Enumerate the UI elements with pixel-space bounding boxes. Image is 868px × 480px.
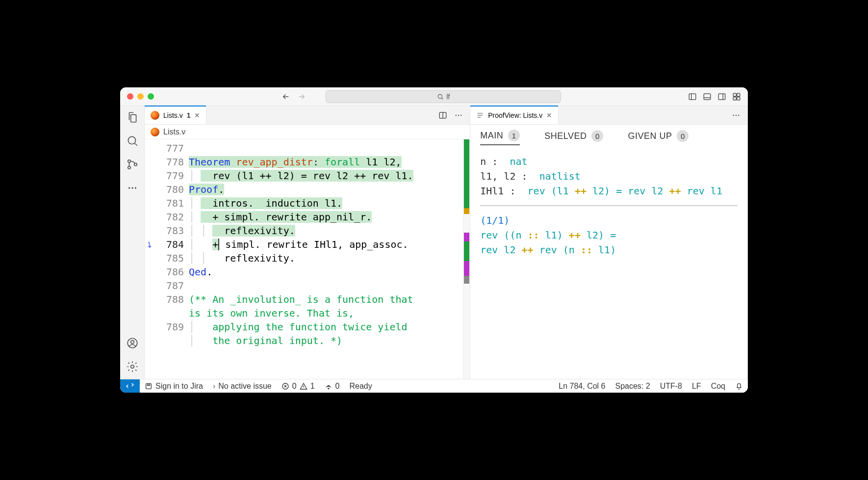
titlebar: lf bbox=[120, 87, 748, 106]
proof-body: n : natl1, l2 : natlistIHl1 : rev (l1 ++… bbox=[470, 149, 747, 379]
coq-file-icon bbox=[151, 111, 159, 120]
code-area[interactable]: ➘ 77777877978078178278378478578678778878… bbox=[145, 139, 470, 379]
svg-point-0 bbox=[438, 94, 442, 98]
split-editor-icon[interactable] bbox=[438, 111, 447, 120]
svg-point-22 bbox=[733, 114, 734, 115]
status-text: UTF-8 bbox=[660, 382, 682, 391]
status-bell-icon[interactable] bbox=[730, 382, 748, 391]
panel-icon bbox=[476, 111, 484, 119]
toggle-panel-icon[interactable] bbox=[703, 92, 712, 101]
tab-close-icon[interactable]: ✕ bbox=[194, 111, 200, 119]
close-window-icon[interactable] bbox=[127, 93, 133, 100]
nav-forward-button[interactable] bbox=[296, 91, 307, 102]
svg-point-9 bbox=[128, 160, 130, 162]
command-center-text: lf bbox=[447, 93, 450, 101]
tab-label: ProofView: Lists.v bbox=[488, 111, 542, 119]
proof-tab-main[interactable]: MAIN 1 bbox=[480, 130, 520, 145]
svg-point-10 bbox=[128, 166, 130, 169]
editor-area: Lists.v 1 ✕ Lists.v ➘ 777778779780781782 bbox=[145, 106, 748, 379]
tab-proofview[interactable]: ProofView: Lists.v ✕ bbox=[470, 106, 559, 124]
source-control-icon[interactable] bbox=[126, 158, 139, 171]
customize-layout-icon[interactable] bbox=[732, 92, 741, 101]
status-eol[interactable]: LF bbox=[687, 382, 706, 391]
status-text: Spaces: 2 bbox=[615, 382, 650, 391]
app-window: lf Lists.v bbox=[120, 87, 748, 393]
traffic-lights bbox=[127, 93, 154, 100]
proof-tab-givenup[interactable]: GIVEN UP 0 bbox=[628, 130, 689, 145]
ruler-mark bbox=[464, 241, 469, 261]
svg-point-11 bbox=[134, 163, 136, 165]
tab-label: Lists.v bbox=[163, 111, 183, 119]
nav-back-button[interactable] bbox=[281, 91, 291, 102]
remote-indicator[interactable] bbox=[120, 379, 140, 393]
search-icon[interactable] bbox=[126, 134, 139, 147]
tab-modified-badge: 1 bbox=[187, 111, 191, 119]
svg-point-12 bbox=[128, 187, 129, 188]
status-issue[interactable]: › No active issue bbox=[208, 382, 277, 391]
coq-file-icon bbox=[151, 128, 159, 136]
editor-pane-right: ProofView: Lists.v ✕ MAIN 1 SHELVED 0 bbox=[470, 106, 748, 379]
tab-lists-v[interactable]: Lists.v 1 ✕ bbox=[145, 106, 206, 124]
command-center[interactable]: lf bbox=[326, 90, 561, 103]
proof-tab-label: SHELVED bbox=[544, 131, 587, 141]
status-encoding[interactable]: UTF-8 bbox=[655, 382, 687, 391]
zoom-window-icon[interactable] bbox=[148, 93, 154, 100]
toggle-primary-sidebar-icon[interactable] bbox=[688, 92, 697, 101]
status-text: Coq bbox=[711, 382, 725, 391]
status-problems[interactable]: 0 1 bbox=[277, 382, 320, 391]
svg-point-8 bbox=[128, 136, 135, 144]
minimize-window-icon[interactable] bbox=[137, 93, 144, 100]
editor-pane-left: Lists.v 1 ✕ Lists.v ➘ 777778779780781782 bbox=[145, 106, 470, 379]
status-text: LF bbox=[692, 382, 701, 391]
glyph-margin: ➘ bbox=[145, 139, 154, 379]
breadcrumb[interactable]: Lists.v bbox=[145, 125, 470, 139]
status-text: 0 bbox=[335, 382, 340, 391]
status-text: No active issue bbox=[218, 382, 272, 391]
proof-tab-label: MAIN bbox=[480, 131, 503, 141]
status-text: 1 bbox=[310, 382, 315, 391]
status-cursor[interactable]: Ln 784, Col 6 bbox=[554, 382, 610, 391]
ruler-scroll-thumb[interactable] bbox=[464, 276, 469, 284]
ruler-mark bbox=[464, 233, 469, 241]
svg-point-23 bbox=[736, 114, 737, 115]
status-ready[interactable]: Ready bbox=[344, 382, 377, 391]
status-ports[interactable]: 0 bbox=[320, 382, 345, 391]
more-icon[interactable] bbox=[126, 182, 139, 194]
overview-ruler[interactable] bbox=[463, 139, 470, 379]
more-actions-icon[interactable] bbox=[454, 111, 463, 120]
status-text: Sign in to Jira bbox=[155, 382, 203, 391]
proof-tab-shelved[interactable]: SHELVED 0 bbox=[544, 130, 603, 145]
accounts-icon[interactable] bbox=[126, 337, 139, 349]
svg-point-20 bbox=[458, 114, 459, 115]
svg-rect-6 bbox=[733, 97, 736, 100]
tab-bar-right: ProofView: Lists.v ✕ bbox=[470, 106, 747, 125]
svg-point-14 bbox=[134, 187, 136, 188]
body: Lists.v 1 ✕ Lists.v ➘ 777778779780781782 bbox=[120, 106, 748, 379]
svg-rect-2 bbox=[704, 94, 711, 100]
status-language[interactable]: Coq bbox=[706, 382, 730, 391]
title-right-actions bbox=[688, 92, 741, 101]
svg-point-13 bbox=[131, 187, 133, 188]
status-jira[interactable]: Sign in to Jira bbox=[140, 382, 208, 391]
status-text: 0 bbox=[292, 382, 297, 391]
status-text: Ready bbox=[349, 382, 372, 391]
status-indent[interactable]: Spaces: 2 bbox=[610, 382, 655, 391]
tab-close-icon[interactable]: ✕ bbox=[546, 111, 552, 119]
settings-gear-icon[interactable] bbox=[126, 360, 139, 373]
toggle-secondary-sidebar-icon[interactable] bbox=[717, 92, 726, 101]
svg-point-27 bbox=[328, 388, 329, 389]
svg-point-17 bbox=[130, 365, 134, 369]
ruler-mark bbox=[464, 139, 469, 208]
ruler-mark bbox=[464, 208, 469, 214]
breadcrumb-label: Lists.v bbox=[163, 128, 185, 136]
more-actions-icon[interactable] bbox=[732, 111, 740, 120]
svg-rect-5 bbox=[737, 93, 740, 96]
code-content[interactable]: Theorem rev_app_distr: forall l1 l2,│ re… bbox=[189, 139, 463, 379]
svg-rect-3 bbox=[718, 94, 725, 100]
tab-bar-left: Lists.v 1 ✕ bbox=[145, 106, 470, 125]
svg-point-21 bbox=[460, 114, 461, 115]
svg-point-16 bbox=[130, 341, 134, 344]
explorer-icon[interactable] bbox=[126, 111, 139, 124]
svg-rect-25 bbox=[146, 383, 152, 389]
status-bar: Sign in to Jira › No active issue 0 1 0 … bbox=[120, 379, 748, 393]
